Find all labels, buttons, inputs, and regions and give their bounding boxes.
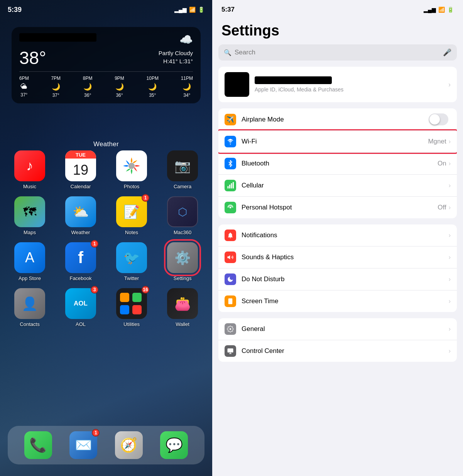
sounds-chevron: ›: [449, 254, 451, 261]
svg-point-0: [128, 163, 135, 169]
photos-pinwheel-svg: [122, 156, 142, 176]
maps-icon: 🗺: [14, 196, 45, 227]
general-icon: [225, 323, 236, 335]
hour-icon: 🌙: [148, 83, 157, 91]
settings-icon: ⚙️: [167, 242, 198, 273]
app-aol[interactable]: AOL 3 AOL: [57, 288, 105, 327]
settings-row-general[interactable]: General ›: [218, 318, 457, 340]
profile-name-bar: [255, 76, 332, 84]
utilities-badge: 16: [142, 286, 149, 294]
app-camera[interactable]: 📷 Camera: [159, 150, 206, 189]
bluetooth-chevron: ›: [449, 160, 451, 167]
hour-label: 8PM: [83, 76, 93, 81]
dnd-label: Do Not Disturb: [242, 275, 449, 283]
music-icon: ♪: [14, 150, 45, 181]
app-appstore[interactable]: A App Store: [6, 242, 54, 281]
hour-temp: 36°: [116, 93, 123, 98]
settings-row-control-center[interactable]: Control Center ›: [218, 340, 457, 362]
profile-subtitle: Apple ID, iCloud, Media & Purchases: [255, 86, 443, 93]
bluetooth-icon: [225, 158, 236, 169]
screentime-label: Screen Time: [242, 297, 449, 305]
app-music-label: Music: [23, 184, 36, 189]
settings-row-bluetooth[interactable]: Bluetooth On ›: [218, 153, 457, 175]
airplane-mode-toggle[interactable]: [429, 113, 448, 125]
app-weather[interactable]: ⛅ Weather: [57, 196, 105, 235]
app-wallet-label: Wallet: [176, 321, 189, 327]
dock-safari[interactable]: 🧭: [115, 431, 143, 459]
app-notes[interactable]: 📝 1 Notes: [108, 196, 155, 235]
svg-rect-11: [228, 348, 233, 353]
app-music[interactable]: ♪ Music: [6, 150, 54, 189]
settings-row-notifications[interactable]: Notifications ›: [218, 224, 457, 246]
mic-icon[interactable]: 🎤: [443, 48, 451, 57]
settings-row-sounds[interactable]: Sounds & Haptics ›: [218, 246, 457, 268]
app-mac360[interactable]: ⬡ Mac360: [159, 196, 206, 235]
search-bar[interactable]: 🔍 🎤: [218, 44, 457, 61]
calendar-date: 19: [65, 159, 96, 181]
phone-icon: 📞: [24, 431, 52, 459]
notifications-icon: [225, 230, 236, 241]
weather-widget[interactable]: ☁️ 38° Partly CloudyH:41° L:31° 6PM 🌥 37…: [12, 27, 201, 103]
settings-row-hotspot[interactable]: Personal Hotspot Off ›: [218, 197, 457, 218]
appstore-icon: A: [14, 242, 45, 273]
settings-row-screentime[interactable]: Screen Time ›: [218, 290, 457, 312]
camera-icon: 📷: [167, 150, 198, 181]
app-wallet[interactable]: 👛 Wallet: [159, 288, 206, 327]
toggle-knob: [429, 114, 440, 125]
svg-point-6: [230, 207, 231, 209]
app-calendar[interactable]: TUE 19 Calendar: [57, 150, 105, 189]
status-icons-left: ▂▄▆ 📶 🔋: [174, 7, 204, 13]
profile-info: Apple ID, iCloud, Media & Purchases: [255, 76, 443, 93]
app-settings-label: Settings: [174, 275, 192, 281]
app-facebook[interactable]: f 1 Facebook: [57, 242, 105, 281]
dock-mail[interactable]: ✉️ 1: [69, 431, 97, 459]
app-maps[interactable]: 🗺 Maps: [6, 196, 54, 235]
app-contacts[interactable]: 👤 Contacts: [6, 288, 54, 327]
app-photos-label: Photos: [124, 184, 139, 189]
search-input[interactable]: [235, 49, 440, 56]
settings-row-airplane[interactable]: ✈️ Airplane Mode: [218, 108, 457, 131]
settings-group-general: General › Control Center ›: [218, 318, 457, 362]
app-notes-label: Notes: [125, 230, 138, 235]
hotspot-value: Off: [438, 204, 446, 211]
settings-panel: 5:37 ▂▄▆ 📶 🔋 Settings 🔍 🎤 Apple ID, iClo…: [212, 0, 463, 476]
wifi-value: Mgnet: [428, 138, 446, 145]
hour-label: 9PM: [115, 76, 124, 81]
general-label: General: [242, 325, 449, 333]
profile-section[interactable]: Apple ID, iCloud, Media & Purchases ›: [218, 67, 457, 102]
cellular-svg: [227, 182, 234, 189]
settings-row-wifi[interactable]: Wi-Fi Mgnet ›: [218, 131, 457, 153]
weather-app-icon: ⛅: [65, 196, 96, 227]
wallet-icon: 👛: [167, 288, 198, 319]
dock-phone[interactable]: 📞: [24, 431, 52, 459]
wifi-icon: 📶: [189, 7, 196, 13]
app-twitter[interactable]: 🐦 Twitter: [108, 242, 155, 281]
dock-messages[interactable]: 💬: [160, 431, 188, 459]
settings-row-dnd[interactable]: Do Not Disturb ›: [218, 268, 457, 290]
cellular-icon: [225, 180, 236, 191]
weather-temp: 38°: [19, 49, 46, 67]
status-icons-right: ▂▄▆ 📶 🔋: [424, 7, 454, 13]
screentime-icon: [225, 295, 236, 307]
home-screen: 5:39 ▂▄▆ 📶 🔋 ☁️ 38° Partly CloudyH:41° L…: [0, 0, 212, 476]
sounds-icon: [225, 252, 236, 263]
control-center-icon: [225, 345, 236, 357]
app-utilities[interactable]: 16 Utilities: [108, 288, 155, 327]
hour-icon: 🌙: [115, 83, 124, 91]
time-left: 5:39: [8, 6, 22, 14]
app-settings[interactable]: ⚙️ Settings: [159, 242, 206, 281]
svg-rect-4: [231, 183, 232, 189]
bluetooth-svg: [227, 160, 233, 167]
hour-icon: 🌥: [20, 83, 27, 91]
photos-icon: [116, 150, 147, 181]
app-aol-label: AOL: [76, 321, 86, 327]
svg-rect-2: [228, 186, 229, 189]
battery-icon: 🔋: [198, 7, 204, 13]
app-twitter-label: Twitter: [124, 275, 139, 281]
mail-badge: 1: [92, 429, 100, 437]
wifi-chevron: ›: [449, 138, 451, 145]
weather-location-bar: [19, 33, 96, 42]
app-photos[interactable]: Photos: [108, 150, 155, 189]
settings-row-cellular[interactable]: Cellular ›: [218, 175, 457, 197]
utilities-icon: 16: [116, 288, 147, 319]
